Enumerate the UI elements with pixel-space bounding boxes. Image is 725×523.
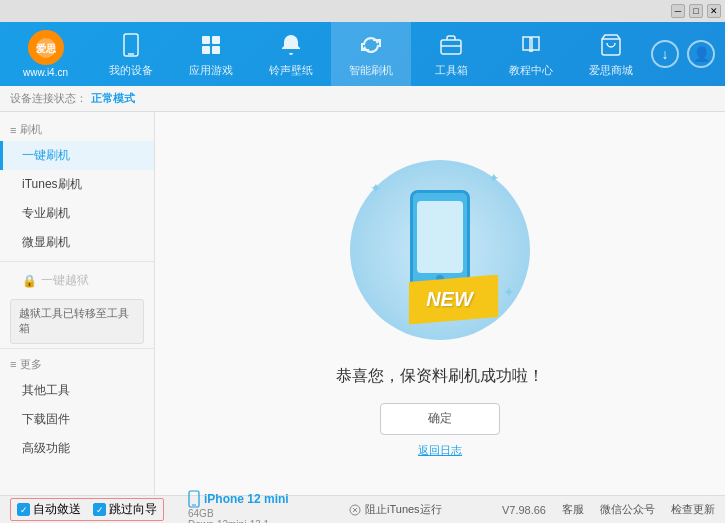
- device-icon: [188, 490, 200, 508]
- svg-rect-8: [441, 40, 461, 54]
- star-icon-1: ✦: [370, 180, 382, 196]
- nav-my-device-label: 我的设备: [109, 63, 153, 78]
- success-illustration: ✦ ✦ ✦ NEW: [340, 150, 540, 350]
- jailbreak-label: 一键越狱: [41, 272, 89, 289]
- star-icon-3: ✦: [503, 284, 515, 300]
- phone-shape: [410, 190, 470, 290]
- sidebar-item-dual-flash[interactable]: 微显刷机: [0, 228, 154, 257]
- device-model: Down-12mini-13,1: [188, 519, 289, 524]
- refresh-icon: [357, 31, 385, 59]
- nav-ringtone[interactable]: 铃声壁纸: [251, 22, 331, 86]
- nav-app-game-label: 应用游戏: [189, 63, 233, 78]
- bottombar-left: ✓ 自动敛送 ✓ 跳过向导 iPhone 12 mini 64GB Down-1…: [10, 490, 289, 524]
- briefcase-icon: [437, 31, 465, 59]
- itunes-status[interactable]: 阻止iTunes运行: [349, 502, 442, 517]
- phone-screen: [417, 201, 463, 273]
- sidebar-item-pro-flash[interactable]: 专业刷机: [0, 199, 154, 228]
- divider-1: [0, 261, 154, 262]
- section-more-label: 更多: [20, 357, 42, 372]
- header-actions: ↓ 👤: [651, 40, 725, 68]
- service-link[interactable]: 客服: [562, 502, 584, 517]
- sidebar-section-more: ≡ 更多: [0, 353, 154, 376]
- auto-checkbox[interactable]: ✓: [17, 503, 30, 516]
- section-icon: ≡: [10, 124, 16, 136]
- device-storage: 64GB: [188, 508, 289, 519]
- star-icon-2: ✦: [488, 170, 500, 186]
- minimize-button[interactable]: ─: [671, 4, 685, 18]
- nav-my-device[interactable]: 我的设备: [91, 22, 171, 86]
- titlebar: ─ □ ✕: [0, 0, 725, 22]
- nav-smart-flash-label: 智能刷机: [349, 63, 393, 78]
- nav-tutorial[interactable]: 教程中心: [491, 22, 571, 86]
- checkbox-skip[interactable]: ✓ 跳过向导: [93, 501, 157, 518]
- maximize-button[interactable]: □: [689, 4, 703, 18]
- statusbar: 设备连接状态： 正常模式: [0, 86, 725, 112]
- nav-app-game[interactable]: 应用游戏: [171, 22, 251, 86]
- auto-label: 自动敛送: [33, 501, 81, 518]
- back-link[interactable]: 返回日志: [418, 443, 462, 458]
- new-banner: NEW: [409, 275, 499, 325]
- wechat-link[interactable]: 微信公众号: [600, 502, 655, 517]
- divider-2: [0, 348, 154, 349]
- checkbox-auto[interactable]: ✓ 自动敛送: [17, 501, 81, 518]
- new-badge-text: NEW: [426, 288, 473, 311]
- check-update-link[interactable]: 检查更新: [671, 502, 715, 517]
- bell-icon: [277, 31, 305, 59]
- version-label: V7.98.66: [502, 504, 546, 516]
- nav-mall[interactable]: 爱思商城: [571, 22, 651, 86]
- svg-rect-2: [124, 34, 138, 56]
- grid-icon: [197, 31, 225, 59]
- nav-mall-label: 爱思商城: [589, 63, 633, 78]
- download-button[interactable]: ↓: [651, 40, 679, 68]
- navigation: 我的设备 应用游戏 铃声壁纸 智能刷机 工具箱: [91, 22, 651, 86]
- nav-ringtone-label: 铃声壁纸: [269, 63, 313, 78]
- sidebar-item-download-firmware[interactable]: 下载固件: [0, 405, 154, 434]
- phone-icon: [117, 31, 145, 59]
- bottombar-right: V7.98.66 客服 微信公众号 检查更新: [502, 502, 715, 517]
- sidebar-item-advanced[interactable]: 高级功能: [0, 434, 154, 463]
- logo-area: 爱思 www.i4.cn: [0, 22, 91, 86]
- book-icon: [517, 31, 545, 59]
- section-flash-label: 刷机: [20, 122, 42, 137]
- lock-icon: 🔒: [22, 274, 37, 288]
- sidebar-jailbreak-section: 🔒 一键越狱: [0, 266, 154, 295]
- close-button[interactable]: ✕: [707, 4, 721, 18]
- sidebar-item-other-tools[interactable]: 其他工具: [0, 376, 154, 405]
- user-button[interactable]: 👤: [687, 40, 715, 68]
- sidebar: ≡ 刷机 一键刷机 iTunes刷机 专业刷机 微显刷机 🔒 一键越狱 越狱工具…: [0, 112, 155, 495]
- statusbar-value: 正常模式: [91, 91, 135, 106]
- device-name: iPhone 12 mini: [204, 492, 289, 506]
- nav-toolbox[interactable]: 工具箱: [411, 22, 491, 86]
- svg-rect-4: [202, 36, 210, 44]
- itunes-icon: [349, 504, 361, 516]
- statusbar-label: 设备连接状态：: [10, 91, 87, 106]
- section-more-icon: ≡: [10, 358, 16, 370]
- sidebar-item-one-click-flash[interactable]: 一键刷机: [0, 141, 154, 170]
- logo-icon: 爱思: [28, 30, 64, 65]
- svg-rect-5: [212, 36, 220, 44]
- itunes-label: 阻止iTunes运行: [365, 502, 442, 517]
- header: 爱思 www.i4.cn 我的设备 应用游戏 铃声壁纸: [0, 22, 725, 86]
- sidebar-section-flash: ≡ 刷机: [0, 118, 154, 141]
- main-area: ≡ 刷机 一键刷机 iTunes刷机 专业刷机 微显刷机 🔒 一键越狱 越狱工具…: [0, 112, 725, 495]
- nav-tutorial-label: 教程中心: [509, 63, 553, 78]
- confirm-button[interactable]: 确定: [380, 403, 500, 435]
- svg-text:爱思: 爱思: [36, 43, 57, 54]
- bottombar: ✓ 自动敛送 ✓ 跳过向导 iPhone 12 mini 64GB Down-1…: [0, 495, 725, 523]
- checkbox-area: ✓ 自动敛送 ✓ 跳过向导: [10, 498, 164, 521]
- logo-url: www.i4.cn: [23, 67, 68, 78]
- svg-rect-6: [202, 46, 210, 54]
- skip-label: 跳过向导: [109, 501, 157, 518]
- success-title: 恭喜您，保资料刷机成功啦！: [336, 366, 544, 387]
- device-info: iPhone 12 mini 64GB Down-12mini-13,1: [188, 490, 289, 524]
- shopping-icon: [597, 31, 625, 59]
- nav-toolbox-label: 工具箱: [435, 63, 468, 78]
- nav-smart-flash[interactable]: 智能刷机: [331, 22, 411, 86]
- jailbreak-notice: 越狱工具已转移至工具箱: [10, 299, 144, 344]
- skip-checkbox[interactable]: ✓: [93, 503, 106, 516]
- content-area: ✦ ✦ ✦ NEW 恭喜您，保资料刷机成功啦！ 确定 返回日志: [155, 112, 725, 495]
- sidebar-item-itunes-flash[interactable]: iTunes刷机: [0, 170, 154, 199]
- svg-rect-7: [212, 46, 220, 54]
